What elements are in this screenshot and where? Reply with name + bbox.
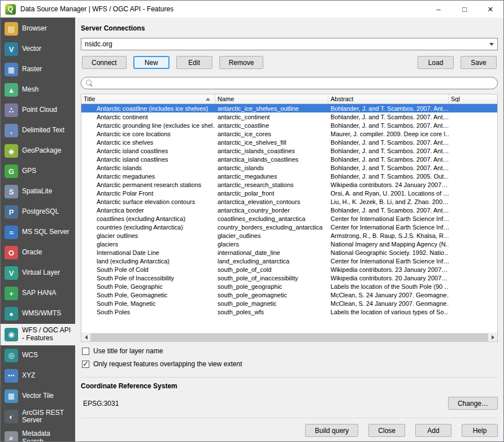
name-cell: south_pole_of_cold xyxy=(215,266,328,273)
horizontal-scrollbar xyxy=(81,333,497,341)
table-row[interactable]: South Pole, Geomagnetic south_pole_geoma… xyxy=(81,291,497,299)
table-row[interactable]: Antarctica border antarctica_country_bor… xyxy=(81,206,497,214)
table-row[interactable]: Antarctic megadunes antarctic_megadunes … xyxy=(81,172,497,180)
abstract-cell: Center for International Earth Science I… xyxy=(328,215,449,222)
close-button[interactable]: ✕ xyxy=(477,1,503,18)
sidebar-item-postgresql[interactable]: P PostgreSQL xyxy=(1,202,75,222)
sidebar-item-browser[interactable]: ▤ Browser xyxy=(1,19,75,39)
title-cell: Antarctica border xyxy=(81,207,215,214)
title-cell: South Pole, Magnetic xyxy=(81,300,215,307)
load-button[interactable]: Load xyxy=(418,56,454,69)
remove-button[interactable]: Remove xyxy=(219,56,264,69)
minimize-button[interactable]: – xyxy=(425,1,451,18)
table-row[interactable]: Antarctic grounding line (excludes ice s… xyxy=(81,121,497,129)
sidebar-item-oracle[interactable]: O Oracle xyxy=(1,242,75,263)
table-row[interactable]: Antarctic ice core locations antarctic_i… xyxy=(81,129,497,138)
table-row[interactable]: Antarctic islands antarctic_islands Bohl… xyxy=(81,163,497,172)
table-row[interactable]: Antarctic continent antarctic_continent … xyxy=(81,112,497,121)
search-icon xyxy=(86,80,93,87)
sidebar-item-vector[interactable]: V Vector xyxy=(1,39,75,59)
name-cell: antarctic_ice_cores xyxy=(215,131,328,137)
sidebar-item-delimited-text[interactable]: , Delimited Text xyxy=(1,120,75,141)
connection-select[interactable]: nsidc.org xyxy=(81,38,498,50)
table-row[interactable]: Antarctic permanent research stations an… xyxy=(81,180,497,189)
abstract-cell: Bohlander, J. and T. Scambos. 2007. Ant… xyxy=(328,207,449,214)
sidebar-item-xyz[interactable]: ⋯ XYZ xyxy=(1,366,75,386)
title-cell: Antarctic island coastlines xyxy=(81,148,215,154)
scroll-left-button[interactable] xyxy=(81,333,90,341)
new-button[interactable]: New xyxy=(133,56,170,69)
sidebar-item-arcgis-rest[interactable]: ◐ ArcGIS REST Server xyxy=(1,406,75,428)
abstract-cell: Bohlander, J. and T. Scambos. 2007. Ant… xyxy=(328,105,449,112)
name-cell: antarctica_elevation_contours xyxy=(215,198,328,205)
build-query-button[interactable]: Build query xyxy=(305,424,358,437)
sidebar-item-mssql[interactable]: ≈ MS SQL Server xyxy=(1,222,75,242)
table-row[interactable]: South Pole of Cold south_pole_of_cold Wi… xyxy=(81,265,497,274)
name-cell: antarctic_megadunes xyxy=(215,173,328,180)
sidebar-item-wcs[interactable]: ◎ WCS xyxy=(1,345,75,366)
sidebar-item-label: GeoPackage xyxy=(22,147,61,155)
filter-input[interactable] xyxy=(97,79,493,87)
table-row[interactable]: South Pole, Geographic south_pole_geogra… xyxy=(81,282,497,291)
table-row[interactable]: International Date Line international_da… xyxy=(81,248,497,257)
abstract-cell: Center for International Earth Science I… xyxy=(328,224,449,231)
close-dialog-button[interactable]: Close xyxy=(368,424,405,437)
abstract-cell: McClean, S. 24 January 2007. Geomagne… xyxy=(328,292,449,298)
column-header-name[interactable]: Name xyxy=(215,94,328,103)
sidebar-item-point-cloud[interactable]: ∴ Point Cloud xyxy=(1,100,75,120)
column-header-title[interactable]: Title xyxy=(81,94,215,103)
sidebar-item-virtual-layer[interactable]: V Virtual Layer xyxy=(1,263,75,283)
crs-change-button[interactable]: Change… xyxy=(448,397,498,410)
sidebar-item-gps[interactable]: G GPS xyxy=(1,161,75,181)
layer-table-header: Title Name Abstract Sql xyxy=(81,94,497,104)
use-title-label: Use title for layer name xyxy=(93,347,163,355)
column-header-sql[interactable]: Sql xyxy=(449,94,497,103)
sidebar-item-sap-hana[interactable]: + SAP HANA xyxy=(1,283,75,304)
table-row[interactable]: land (excluding Antarctica) land_excludi… xyxy=(81,257,497,265)
table-row[interactable]: Antarctic island coastlines antarctica_i… xyxy=(81,155,497,163)
xyz-tiles-icon: ⋯ xyxy=(5,369,18,383)
sidebar-item-wms-wmts[interactable]: ● WMS/WMTS xyxy=(1,304,75,324)
table-row[interactable]: Antarctic island coastlines antarctic_is… xyxy=(81,146,497,155)
scrollbar-thumb[interactable] xyxy=(90,333,488,342)
data-source-manager-window: Data Source Manager | WFS / OGC API - Fe… xyxy=(0,0,504,442)
table-row[interactable]: coastlines (excluding Antarctica) coastl… xyxy=(81,214,497,223)
sidebar-item-metadata-search[interactable]: ⌕ Metadata Search xyxy=(1,427,75,441)
name-cell: south_pole_magnetic xyxy=(215,300,328,307)
table-row[interactable]: glacier outlines glacier_outlines Armstr… xyxy=(81,231,497,240)
overlap-extent-checkbox[interactable]: Only request features overlapping the vi… xyxy=(82,360,497,368)
table-row[interactable]: Antarctic Polar Front antarctic_polar_fr… xyxy=(81,189,497,197)
edit-button[interactable]: Edit xyxy=(176,56,212,69)
checkbox-box xyxy=(82,361,89,368)
column-header-abstract[interactable]: Abstract xyxy=(328,94,449,103)
table-row[interactable]: Antarctic surface elevation contours ant… xyxy=(81,197,497,206)
sidebar-item-raster[interactable]: ▦ Raster xyxy=(1,59,75,80)
maximize-button[interactable]: □ xyxy=(451,1,477,18)
table-row[interactable]: Antarctic ice shelves antarctic_ice_shel… xyxy=(81,138,497,146)
help-button[interactable]: Help xyxy=(462,424,498,437)
crs-heading: Coordinate Reference System xyxy=(81,382,498,390)
column-header-title-label: Title xyxy=(84,96,95,102)
add-button[interactable]: Add xyxy=(415,424,451,437)
sidebar-item-vector-tile[interactable]: ▦ Vector Tile xyxy=(1,386,75,406)
table-row[interactable]: countries (excluding Antarctica) country… xyxy=(81,223,497,231)
name-cell: country_borders_excluding_antarctica xyxy=(215,224,328,231)
table-row[interactable]: South Poles south_poles_wfs Labels the l… xyxy=(81,307,497,316)
sidebar-item-spatialite[interactable]: S SpatiaLite xyxy=(1,181,75,202)
title-cell: Antarctic ice core locations xyxy=(81,131,215,137)
table-row[interactable]: Antarctic coastline (includes ice shelve… xyxy=(81,104,497,112)
sidebar-item-wfs[interactable]: ◉ WFS / OGC API - Features xyxy=(1,324,75,345)
scroll-right-button[interactable] xyxy=(488,333,497,341)
use-title-checkbox[interactable]: Use title for layer name xyxy=(82,347,497,355)
connection-value: nsidc.org xyxy=(85,40,112,48)
title-cell: countries (excluding Antarctica) xyxy=(81,224,215,231)
sidebar-item-mesh[interactable]: ▲ Mesh xyxy=(1,80,75,100)
table-row[interactable]: South Pole of Inaccessibility south_pole… xyxy=(81,274,497,282)
abstract-cell: Orsi, A. and Ryan, U. 2001. Locations of… xyxy=(328,190,449,197)
connect-button[interactable]: Connect xyxy=(82,56,127,69)
sidebar-item-geopackage[interactable]: ◆ GeoPackage xyxy=(1,141,75,161)
table-row[interactable]: South Pole, Magnetic south_pole_magnetic… xyxy=(81,299,497,307)
save-button[interactable]: Save xyxy=(460,56,497,69)
qgis-logo-icon xyxy=(5,4,16,15)
table-row[interactable]: glaciers glaciers National Imagery and M… xyxy=(81,240,497,248)
